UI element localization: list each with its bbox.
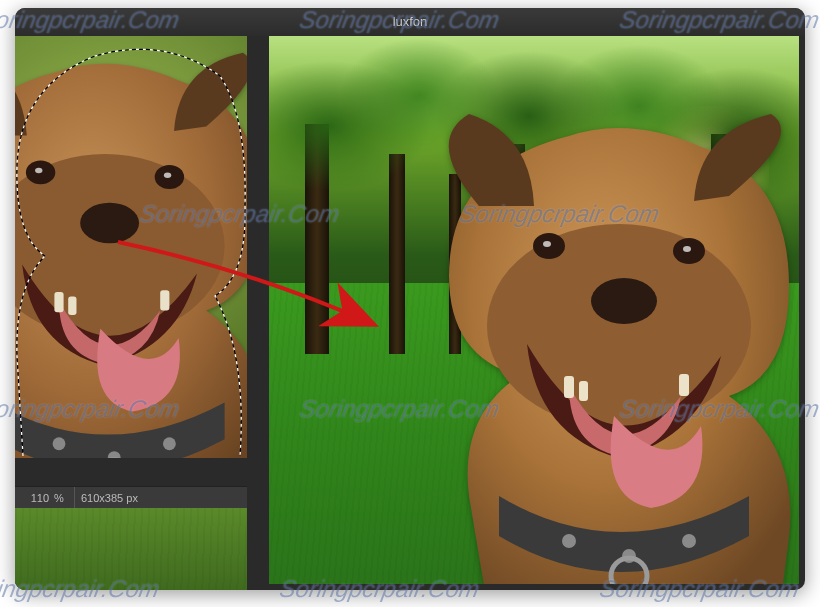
svg-point-24	[682, 534, 696, 548]
svg-point-13	[487, 224, 751, 428]
source-dog-image[interactable]	[15, 36, 247, 458]
svg-point-17	[591, 278, 657, 324]
canvas-dimensions: 610x385 px	[81, 492, 247, 504]
zoom-value[interactable]: 110	[15, 492, 52, 504]
svg-rect-15	[579, 381, 588, 401]
svg-rect-1	[54, 292, 63, 312]
svg-rect-2	[68, 297, 76, 315]
bottom-preview[interactable]	[15, 508, 247, 590]
svg-point-6	[35, 168, 42, 174]
svg-rect-14	[564, 376, 574, 398]
title-bar[interactable]: luxfon	[15, 8, 805, 36]
source-canvas[interactable]	[15, 36, 247, 458]
svg-point-11	[163, 437, 176, 450]
svg-point-9	[53, 437, 66, 450]
svg-point-4	[80, 203, 139, 243]
document-title: luxfon	[393, 14, 428, 29]
zoom-unit: %	[52, 492, 68, 504]
preview-grass	[15, 508, 247, 590]
svg-point-8	[164, 172, 171, 178]
editor-window: luxfon	[15, 8, 805, 590]
target-canvas[interactable]	[269, 36, 799, 584]
left-panel: 110 % 610x385 px	[15, 36, 247, 590]
target-dog-layer[interactable]	[369, 76, 799, 584]
right-panel	[269, 36, 799, 584]
svg-point-22	[562, 534, 576, 548]
svg-point-21	[683, 246, 691, 252]
svg-point-19	[543, 241, 551, 247]
status-bar: 110 % 610x385 px	[15, 486, 247, 510]
svg-rect-3	[160, 290, 169, 310]
status-divider	[74, 487, 75, 509]
svg-rect-16	[679, 374, 689, 396]
